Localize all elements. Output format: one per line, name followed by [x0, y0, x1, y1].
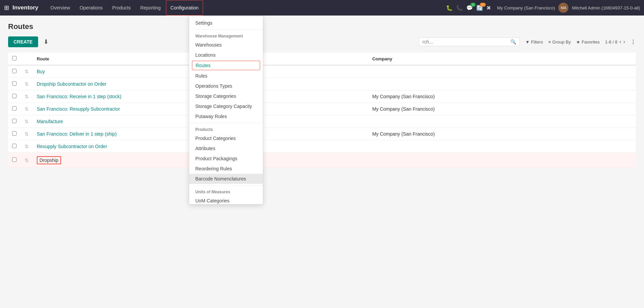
- filters-label: Filters: [531, 39, 543, 45]
- route-link[interactable]: Dropship Subcontractor on Order: [37, 81, 106, 87]
- menu-routes[interactable]: Routes: [192, 61, 260, 70]
- nav-reporting[interactable]: Reporting: [136, 0, 165, 16]
- section-products: Products: [189, 124, 263, 133]
- toolbar: CREATE ⬇ 🔍 ▼ Filters ≡ Group By ★ Favori…: [8, 36, 636, 47]
- top-nav: ⊞ Inventory Overview Operations Products…: [0, 0, 644, 16]
- next-page-button[interactable]: ›: [623, 39, 625, 45]
- menu-operations-types[interactable]: Operations Types: [189, 81, 263, 91]
- table-row: ⇅ San Francisco: Deliver in 1 step (ship…: [8, 128, 636, 140]
- search-icon: 🔍: [510, 39, 516, 45]
- table-row: ⇅ Dropship Subcontractor on Order: [8, 78, 636, 90]
- nav-products[interactable]: Products: [108, 0, 135, 16]
- drag-handle-icon[interactable]: ⇅: [25, 69, 29, 74]
- app-name: Inventory: [12, 4, 38, 11]
- chat-icon[interactable]: 💬 5: [466, 5, 473, 11]
- company-cell: [368, 78, 624, 90]
- row-checkbox[interactable]: [12, 144, 17, 148]
- nav-configuration[interactable]: Configuration: [166, 0, 203, 16]
- page-title: Routes: [8, 22, 636, 31]
- favorites-label: Favorites: [582, 39, 599, 45]
- star-icon: ★: [576, 39, 580, 45]
- menu-settings[interactable]: Settings: [189, 18, 263, 28]
- drag-handle-icon[interactable]: ⇅: [25, 158, 29, 163]
- menu-product-categories[interactable]: Product Categories: [189, 133, 263, 143]
- activity-badge: 37: [480, 3, 486, 7]
- route-link[interactable]: San Francisco: Receive in 1 step (stock): [37, 94, 121, 99]
- row-checkbox[interactable]: [12, 119, 17, 123]
- favorites-button[interactable]: ★ Favorites: [576, 39, 599, 45]
- drag-handle-icon[interactable]: ⇅: [25, 144, 29, 149]
- settings-icon[interactable]: ✖: [486, 5, 491, 11]
- prev-page-button[interactable]: ‹: [619, 39, 621, 45]
- menu-locations[interactable]: Locations: [189, 50, 263, 60]
- search-bar[interactable]: 🔍: [419, 37, 520, 46]
- menu-attributes[interactable]: Attributes: [189, 143, 263, 153]
- config-dropdown: Settings Warehouse Management Warehouses…: [189, 16, 263, 175]
- row-checkbox[interactable]: [12, 131, 17, 136]
- menu-warehouses[interactable]: Warehouses: [189, 40, 263, 50]
- company-cell: My Company (San Francisco): [368, 90, 624, 103]
- drag-handle-icon[interactable]: ⇅: [25, 131, 29, 137]
- select-all-checkbox[interactable]: [12, 56, 17, 60]
- menu-putaway-rules[interactable]: Putaway Rules: [189, 111, 263, 121]
- menu-rules[interactable]: Rules: [189, 71, 263, 81]
- row-checkbox[interactable]: [12, 106, 17, 111]
- phone-icon[interactable]: 📞: [456, 5, 463, 11]
- company-info: My Company (San Francisco): [497, 5, 555, 10]
- table-row: ⇅ San Francisco: Receive in 1 step (stoc…: [8, 90, 636, 103]
- company-cell: [368, 115, 624, 128]
- row-checkbox[interactable]: [12, 69, 17, 73]
- company-cell: [368, 153, 624, 168]
- menu-reordering-rules[interactable]: Reordering Rules: [189, 164, 263, 174]
- drag-handle-icon[interactable]: ⇅: [25, 81, 29, 87]
- route-link[interactable]: Buy: [37, 69, 45, 74]
- table-row: ⇅ Manufacture: [8, 115, 636, 128]
- grid-icon[interactable]: ⊞: [4, 4, 9, 11]
- toolbar-right: 🔍 ▼ Filters ≡ Group By ★ Favorites 1-8 /…: [419, 37, 636, 46]
- table-row: ⇅ Buy: [8, 65, 636, 78]
- create-button[interactable]: CREATE: [8, 36, 38, 47]
- company-cell: My Company (San Francisco): [368, 128, 624, 140]
- search-input[interactable]: [422, 39, 510, 45]
- download-button[interactable]: ⬇: [41, 37, 51, 47]
- user-avatar[interactable]: MA: [558, 3, 568, 13]
- row-checkbox[interactable]: [12, 94, 17, 98]
- route-link[interactable]: San Francisco: Deliver in 1 step (ship): [37, 131, 117, 137]
- pagination: 1-8 / 8 ‹ ›: [605, 39, 625, 45]
- groupby-label: Group By: [552, 39, 571, 45]
- table-row: ⇅ San Francisco: Resupply Subcontractor …: [8, 103, 636, 115]
- route-link[interactable]: Manufacture: [37, 119, 63, 124]
- top-nav-right: 🐛 📞 💬 5 🔄 37 ✖ My Company (San Francisco…: [446, 3, 640, 13]
- table-row: ⇅ Dropship: [8, 153, 636, 168]
- route-link[interactable]: San Francisco: Resupply Subcontractor: [37, 106, 120, 112]
- company-cell: [368, 140, 624, 153]
- activity-icon[interactable]: 🔄 37: [476, 5, 483, 11]
- column-settings-button[interactable]: ⋮: [631, 39, 636, 45]
- user-name: Mitchell Admin (16604937-15-0-all): [572, 5, 640, 10]
- filters-button[interactable]: ▼ Filters: [525, 39, 543, 45]
- chat-badge: 5: [470, 3, 476, 7]
- pagination-text: 1-8 / 8: [605, 39, 617, 45]
- menu-storage-categories[interactable]: Storage Categories: [189, 91, 263, 101]
- page-content: Routes CREATE ⬇ 🔍 ▼ Filters ≡ Group By ★…: [0, 16, 644, 175]
- drag-handle-icon[interactable]: ⇅: [25, 106, 29, 112]
- menu-barcode-nomenclatures[interactable]: Barcode Nomenclatures: [189, 174, 263, 175]
- nav-operations[interactable]: Operations: [76, 0, 107, 16]
- col-company-header: Company: [368, 53, 624, 65]
- menu-product-packagings[interactable]: Product Packagings: [189, 153, 263, 164]
- row-checkbox[interactable]: [12, 158, 17, 162]
- company-cell: My Company (San Francisco): [368, 103, 624, 115]
- routes-table: Route Company ⇅ Buy ⇅ Dropship Subcontra…: [8, 53, 636, 168]
- menu-storage-category-capacity[interactable]: Storage Category Capacity: [189, 101, 263, 111]
- row-checkbox[interactable]: [12, 81, 17, 86]
- route-link[interactable]: Resupply Subcontractor on Order: [37, 144, 107, 149]
- route-cell-highlighted: Dropship: [37, 156, 61, 164]
- section-warehouse-management: Warehouse Management: [189, 31, 263, 40]
- nav-overview[interactable]: Overview: [47, 0, 74, 16]
- groupby-button[interactable]: ≡ Group By: [549, 39, 571, 45]
- filter-icon: ▼: [525, 39, 530, 45]
- bug-icon[interactable]: 🐛: [446, 5, 453, 11]
- drag-handle-icon[interactable]: ⇅: [25, 94, 29, 99]
- drag-handle-icon[interactable]: ⇅: [25, 119, 29, 124]
- groupby-icon: ≡: [549, 39, 551, 45]
